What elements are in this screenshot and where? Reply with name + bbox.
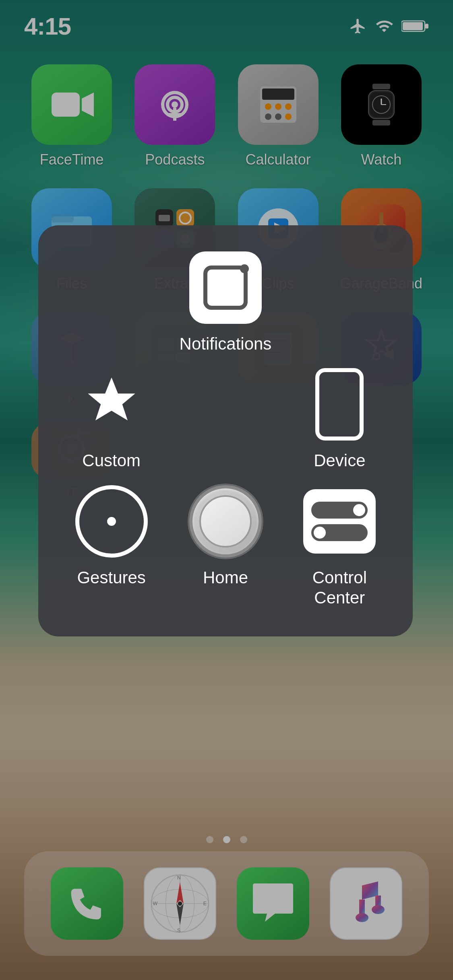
gestures-icon <box>75 485 148 558</box>
gestures-button[interactable] <box>73 483 150 560</box>
control-center-label: ControlCenter <box>312 568 367 608</box>
home-inner <box>199 495 252 548</box>
device-icon <box>315 368 364 441</box>
toggle-knob-2 <box>314 527 326 539</box>
gestures-label: Gestures <box>77 568 145 588</box>
notifications-label: Notifications <box>180 334 272 354</box>
custom-icon <box>75 368 148 441</box>
svg-marker-73 <box>88 378 135 421</box>
notifications-button[interactable] <box>187 249 264 326</box>
toggle-knob-1 <box>353 504 365 516</box>
gestures-dot <box>107 517 116 526</box>
custom-label: Custom <box>82 451 141 471</box>
control-center-button[interactable] <box>301 483 378 560</box>
custom-button[interactable] <box>73 366 150 443</box>
home-label: Home <box>203 568 248 588</box>
toggle-row-2 <box>311 524 368 541</box>
device-button[interactable] <box>301 366 378 443</box>
home-icon <box>189 485 262 558</box>
assistive-touch-popup: Notifications Custom Device <box>38 225 413 636</box>
control-center-icon <box>303 489 376 554</box>
toggle-row-1 <box>311 502 368 519</box>
device-label: Device <box>314 451 365 471</box>
home-button[interactable] <box>187 483 264 560</box>
notifications-icon <box>189 251 262 324</box>
